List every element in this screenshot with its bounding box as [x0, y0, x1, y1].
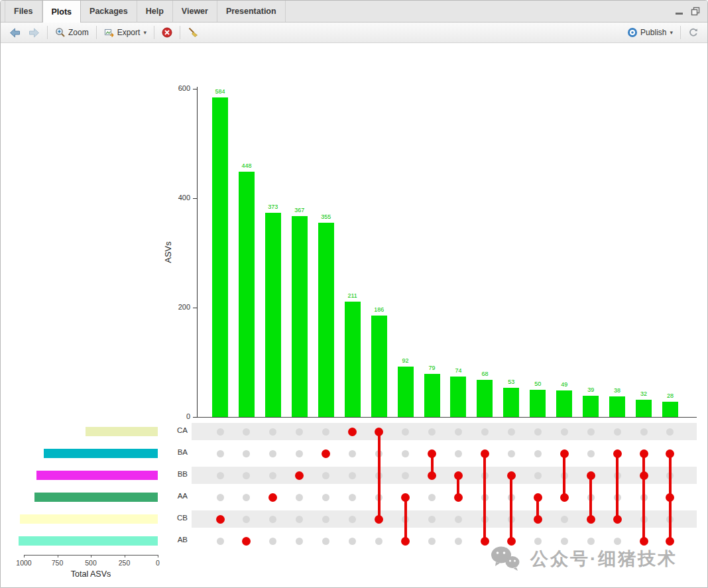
matrix-dot-empty: [481, 428, 489, 436]
matrix-dot-empty: [402, 428, 409, 436]
matrix-dot-empty: [508, 428, 515, 436]
matrix-dot-empty: [217, 428, 224, 436]
matrix-dot-filled: [534, 515, 542, 524]
totals-tick-label: 1000: [12, 559, 36, 567]
matrix-dot-filled: [613, 515, 622, 524]
set-label: AB: [165, 536, 188, 544]
intersection-bar-label: 79: [419, 365, 445, 371]
clear-all-plots-button[interactable]: [184, 25, 202, 40]
matrix-dot-empty: [561, 428, 568, 436]
matrix-dot-filled: [428, 449, 436, 458]
matrix-dot-filled: [375, 428, 383, 436]
intersection-bar: [345, 302, 361, 417]
matrix-dot-empty: [534, 472, 542, 479]
matrix-dot-empty: [428, 428, 436, 436]
intersection-bar-label: 38: [604, 387, 630, 394]
tab-files[interactable]: Files: [5, 1, 42, 22]
matrix-dot-empty: [455, 450, 462, 457]
matrix-dot-empty: [217, 450, 224, 457]
intersection-bar-label: 355: [313, 213, 339, 220]
matrix-dot-empty: [243, 494, 250, 501]
matrix-dot-filled: [454, 471, 463, 480]
matrix-dot-empty: [349, 494, 356, 501]
toolbar-separator: [47, 26, 48, 39]
matrix-dot-empty: [534, 450, 542, 457]
matrix-dot-filled: [401, 537, 410, 546]
matrix-row-stripe: [192, 467, 697, 484]
broom-icon: [188, 27, 199, 38]
y-tick-label: 0: [168, 412, 190, 420]
forward-button[interactable]: [25, 26, 43, 40]
y-tick-label: 200: [168, 303, 190, 311]
intersection-bar-label: 367: [286, 207, 313, 213]
pane-tabbar: Files Plots Packages Help Viewer Present…: [1, 1, 707, 23]
tab-packages[interactable]: Packages: [81, 1, 137, 22]
refresh-button[interactable]: [685, 25, 702, 40]
matrix-dot-filled: [295, 471, 304, 480]
totals-tick: [125, 555, 125, 558]
back-button[interactable]: [6, 26, 24, 40]
tab-viewer[interactable]: Viewer: [173, 1, 217, 22]
matrix-dot-filled: [587, 515, 595, 524]
tab-help[interactable]: Help: [137, 1, 173, 22]
matrix-dot-empty: [243, 450, 250, 457]
intersection-bar-label: 39: [577, 386, 604, 393]
matrix-dot-empty: [243, 516, 250, 523]
matrix-dot-empty: [296, 494, 303, 501]
matrix-dot-empty: [428, 516, 436, 523]
matrix-connector-line: [563, 453, 565, 497]
set-label: BB: [165, 470, 188, 478]
matrix-dot-filled: [242, 537, 251, 546]
totals-tick: [58, 555, 58, 558]
matrix-dot-empty: [217, 472, 224, 479]
watermark-text: 公众号·细猪技术: [530, 547, 678, 571]
export-button[interactable]: Export ▾: [101, 25, 150, 40]
minimize-button[interactable]: [674, 7, 684, 16]
matrix-dot-empty: [614, 538, 621, 545]
matrix-dot-filled: [666, 537, 674, 546]
intersection-bar-label: 373: [260, 204, 286, 210]
toolbar-separator: [680, 26, 681, 39]
set-label: CB: [165, 514, 188, 522]
export-caret-icon: ▾: [143, 29, 147, 36]
y-tick: [193, 89, 197, 89]
tab-plots[interactable]: Plots: [42, 1, 82, 23]
totals-tick: [24, 555, 25, 558]
matrix-dot-empty: [322, 516, 329, 523]
intersection-bar: [583, 396, 599, 417]
intersection-bar: [424, 374, 440, 417]
matrix-dot-filled: [268, 493, 277, 502]
remove-plot-icon: [162, 27, 172, 38]
set-size-bar: [20, 514, 158, 524]
restore-button[interactable]: [690, 7, 701, 16]
remove-plot-button[interactable]: [158, 25, 176, 40]
set-label: BA: [165, 448, 188, 456]
y-tick-label: 400: [168, 194, 190, 202]
matrix-dot-empty: [455, 538, 462, 545]
intersection-bar-label: 211: [339, 292, 366, 299]
y-tick: [193, 308, 197, 308]
matrix-dot-empty: [428, 538, 436, 545]
matrix-dot-empty: [269, 450, 276, 457]
matrix-dot-empty: [322, 428, 329, 436]
wechat-logo-icon: [489, 545, 521, 573]
matrix-dot-filled: [216, 515, 225, 524]
rstudio-plots-pane: Files Plots Packages Help Viewer Present…: [0, 0, 708, 588]
matrix-dot-filled: [507, 471, 516, 480]
intersection-bar: [398, 367, 414, 417]
zoom-button[interactable]: Zoom: [52, 25, 92, 40]
publish-button[interactable]: Publish ▾: [624, 25, 676, 40]
intersection-bar: [292, 216, 308, 417]
matrix-dot-empty: [349, 450, 356, 457]
matrix-dot-empty: [455, 516, 462, 523]
intersection-bar: [636, 400, 652, 417]
matrix-connector-line: [378, 432, 381, 519]
totals-tick-label: 500: [79, 559, 103, 567]
matrix-dot-filled: [454, 493, 463, 502]
matrix-dot-empty: [534, 428, 542, 436]
matrix-dot-empty: [296, 516, 303, 523]
intersection-bar: [212, 97, 228, 417]
matrix-dot-empty: [428, 494, 436, 501]
tab-presentation[interactable]: Presentation: [217, 1, 286, 22]
matrix-dot-empty: [296, 428, 303, 436]
